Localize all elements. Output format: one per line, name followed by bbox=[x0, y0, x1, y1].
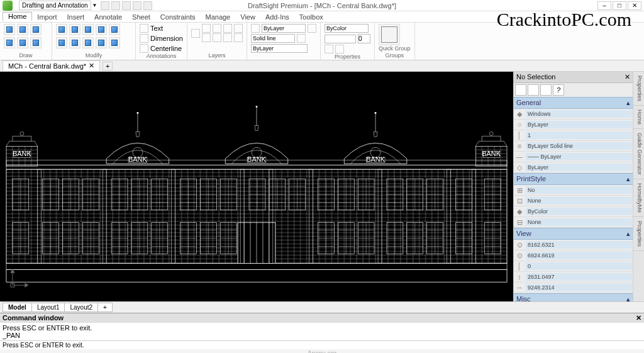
prop-row-value[interactable]: 2631.0497 bbox=[526, 273, 632, 281]
file-tab[interactable]: MCh - Central Bank.dwg* ✕ bbox=[3, 60, 100, 71]
prop-row-value[interactable]: —— ByLayer bbox=[526, 153, 632, 160]
prop-row-value[interactable]: 1 bbox=[526, 132, 632, 139]
prop-list-icon[interactable] bbox=[335, 45, 344, 53]
menu-addins[interactable]: Add-Ins bbox=[260, 13, 294, 21]
prop-row[interactable]: ◆Windows bbox=[514, 109, 633, 120]
qat-redo-icon[interactable] bbox=[143, 1, 152, 10]
menu-home[interactable]: Home bbox=[3, 12, 32, 21]
prop-row[interactable]: ⊞No bbox=[514, 185, 633, 196]
prop-color-field[interactable]: ByColor bbox=[325, 24, 369, 33]
mirror-tool-icon[interactable] bbox=[109, 24, 120, 35]
dimension-tool-icon[interactable] bbox=[140, 34, 148, 43]
qat-save-icon[interactable] bbox=[122, 1, 131, 10]
prop-lw-field[interactable] bbox=[325, 35, 356, 43]
menu-annotate[interactable]: Annotate bbox=[89, 13, 127, 21]
section-misc[interactable]: Misc▴ bbox=[514, 293, 633, 301]
qat-undo-icon[interactable] bbox=[133, 1, 142, 10]
prop-row-value[interactable]: No bbox=[526, 186, 632, 194]
prop-tool-3-icon[interactable] bbox=[540, 84, 552, 96]
prop-row-value[interactable]: ByLayer Solid line bbox=[526, 142, 632, 150]
layer-color-swatch-icon[interactable] bbox=[251, 24, 260, 33]
prop-row-value[interactable]: 9248.2314 bbox=[526, 284, 632, 291]
layer-manager-icon[interactable] bbox=[191, 29, 200, 38]
qat-open-icon[interactable] bbox=[111, 1, 120, 10]
trim-tool-icon[interactable] bbox=[96, 24, 107, 35]
tab-add[interactable]: + bbox=[97, 303, 113, 312]
layer-off-icon[interactable] bbox=[213, 33, 221, 42]
prop-row[interactable]: ↔9248.2314 bbox=[514, 283, 633, 293]
menu-manage[interactable]: Manage bbox=[200, 13, 235, 21]
tab-layout2[interactable]: Layout2 bbox=[64, 303, 98, 312]
prop-row-value[interactable]: ByLayer bbox=[526, 164, 632, 171]
layer-iso-icon[interactable] bbox=[202, 33, 211, 42]
array-tool-icon[interactable] bbox=[96, 37, 107, 48]
polyline-tool-icon[interactable] bbox=[17, 24, 28, 35]
workspace-dropdown[interactable]: Drafting and Annotation bbox=[19, 1, 91, 10]
command-window-close-icon[interactable]: ✕ bbox=[636, 314, 641, 322]
stretch-tool-icon[interactable] bbox=[69, 37, 80, 48]
quick-group-icon[interactable] bbox=[379, 24, 400, 45]
move-tool-icon[interactable] bbox=[56, 24, 67, 35]
prop-row-value[interactable]: None bbox=[526, 197, 632, 205]
prop-tool-help-icon[interactable]: ? bbox=[553, 84, 564, 96]
command-input[interactable]: Press ESC or ENTER to exit. bbox=[0, 340, 644, 349]
layer-lock-icon[interactable] bbox=[223, 24, 232, 33]
prop-row-value[interactable]: 8162.6321 bbox=[526, 241, 632, 249]
explode-tool-icon[interactable] bbox=[109, 37, 120, 48]
prop-match-icon[interactable] bbox=[325, 45, 333, 53]
layer-color-field[interactable]: ByLayer bbox=[262, 24, 306, 33]
prop-row-value[interactable]: 0 bbox=[526, 262, 632, 270]
properties-close-icon[interactable]: ✕ bbox=[625, 73, 630, 81]
drawing-canvas[interactable]: BANK BANK bbox=[0, 72, 513, 301]
prop-row[interactable]: ——— ByLayer bbox=[514, 152, 633, 162]
prop-row[interactable]: ↕2631.0497 bbox=[514, 272, 633, 283]
prop-row-value[interactable]: ByLayer bbox=[526, 121, 632, 128]
menu-constraints[interactable]: Constraints bbox=[155, 13, 201, 21]
new-tab-button[interactable]: + bbox=[103, 62, 113, 70]
side-tab-properties-2[interactable]: Properties bbox=[633, 217, 644, 251]
menu-toolbox[interactable]: Toolbox bbox=[294, 13, 328, 21]
prop-row[interactable]: ⊙8162.6321 bbox=[514, 240, 633, 250]
layer-lt-icon[interactable] bbox=[297, 34, 306, 43]
prop-row[interactable]: ⊟None bbox=[514, 217, 633, 228]
side-tab-properties[interactable]: Properties bbox=[633, 72, 644, 106]
layer-color-icon[interactable] bbox=[234, 24, 243, 33]
prop-row[interactable]: │1 bbox=[514, 130, 633, 141]
ellipse-tool-icon[interactable] bbox=[30, 37, 42, 48]
qat-new-icon[interactable] bbox=[101, 1, 109, 10]
rotate-tool-icon[interactable] bbox=[82, 24, 94, 35]
menu-import[interactable]: Import bbox=[32, 13, 62, 21]
side-tab-home[interactable]: Home bbox=[633, 106, 644, 129]
chevron-down-icon[interactable]: ▼ bbox=[92, 3, 97, 8]
prop-row[interactable]: ≡ByLayer Solid line bbox=[514, 141, 633, 152]
scale-tool-icon[interactable] bbox=[56, 37, 67, 48]
side-tab-homebyme[interactable]: HomeByMe bbox=[633, 179, 644, 217]
prop-tool-2-icon[interactable] bbox=[528, 84, 539, 96]
menu-sheet[interactable]: Sheet bbox=[127, 13, 155, 21]
section-general[interactable]: General▴ bbox=[514, 97, 633, 109]
menu-view[interactable]: View bbox=[235, 13, 260, 21]
menu-insert[interactable]: Insert bbox=[62, 13, 90, 21]
close-tab-icon[interactable]: ✕ bbox=[89, 62, 94, 70]
arc-tool-icon[interactable] bbox=[4, 37, 15, 48]
layer-unlock-icon[interactable] bbox=[234, 33, 243, 42]
prop-row[interactable]: ◆ByColor bbox=[514, 206, 633, 217]
rect-tool-icon[interactable] bbox=[17, 37, 28, 48]
line-tool-icon[interactable] bbox=[4, 24, 15, 35]
prop-row[interactable]: │0 bbox=[514, 261, 633, 272]
prop-row-value[interactable]: ByColor bbox=[526, 208, 632, 215]
layer-freeze-icon[interactable] bbox=[213, 24, 221, 33]
prop-row-value[interactable]: None bbox=[526, 218, 632, 226]
section-printstyle[interactable]: PrintStyle▴ bbox=[514, 173, 633, 185]
layer-current-field[interactable]: ByLayer bbox=[251, 44, 308, 53]
tab-layout1[interactable]: Layout1 bbox=[31, 303, 65, 312]
layer-on-icon[interactable] bbox=[202, 24, 211, 33]
prop-row-value[interactable]: Windows bbox=[526, 110, 632, 118]
section-view[interactable]: View▴ bbox=[514, 228, 633, 240]
prop-row[interactable]: ○ByLayer bbox=[514, 120, 633, 130]
prop-row[interactable]: ⊡None bbox=[514, 196, 633, 206]
tab-model[interactable]: Model bbox=[3, 303, 32, 312]
prop-row[interactable]: ⊙6924.6619 bbox=[514, 250, 633, 261]
prop-tool-1-icon[interactable] bbox=[515, 84, 526, 96]
circle-tool-icon[interactable] bbox=[30, 24, 42, 35]
